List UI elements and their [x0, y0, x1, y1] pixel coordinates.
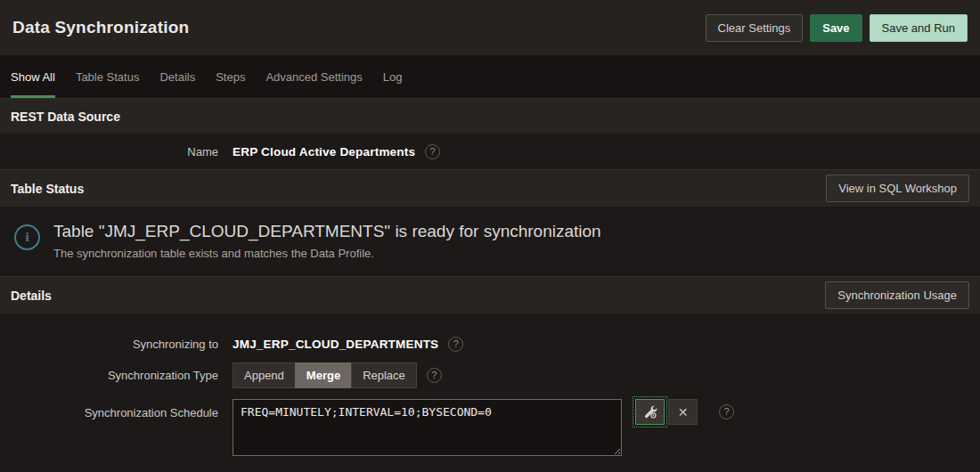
save-button[interactable]: Save [810, 14, 862, 42]
table-status-header: Table Status View in SQL Workshop [0, 169, 980, 207]
save-and-run-button[interactable]: Save and Run [870, 14, 968, 42]
header-actions: Clear Settings Save Save and Run [706, 14, 968, 42]
tab-steps[interactable]: Steps [216, 55, 245, 98]
name-control: ERP Cloud Active Departments ? [233, 144, 440, 159]
synchronizing-to-row: Synchronizing to JMJ_ERP_CLOUD_DEPARTMEN… [0, 337, 980, 352]
details-actions: Synchronization Usage [825, 281, 969, 309]
synchronization-schedule-control: FREQ=MINUTELY;INTERVAL=10;BYSECOND=0 ✕ ? [233, 399, 734, 456]
schedule-buttons: ✕ [635, 399, 698, 425]
synchronizing-to-value: JMJ_ERP_CLOUD_DEPARTMENTS [233, 338, 438, 351]
rest-data-source-title: REST Data Source [11, 110, 120, 124]
tab-log[interactable]: Log [383, 55, 403, 98]
rest-data-source-body: Name ERP Cloud Active Departments ? [0, 134, 980, 169]
synchronization-type-control: Append Merge Replace ? [233, 362, 442, 388]
tab-advanced-settings[interactable]: Advanced Settings [265, 55, 362, 98]
tab-details[interactable]: Details [159, 55, 195, 98]
wrench-gear-icon [642, 404, 657, 419]
info-message-title: Table "JMJ_ERP_CLOUD_DEPARTMENTS" is rea… [53, 222, 601, 241]
sync-type-option-merge[interactable]: Merge [295, 362, 351, 388]
table-status-title: Table Status [11, 182, 84, 196]
info-text: Table "JMJ_ERP_CLOUD_DEPARTMENTS" is rea… [53, 218, 601, 276]
tab-table-status[interactable]: Table Status [76, 55, 140, 98]
synchronizing-to-help-icon[interactable]: ? [448, 337, 463, 352]
synchronizing-to-control: JMJ_ERP_CLOUD_DEPARTMENTS ? [233, 337, 463, 352]
page-header: Data Synchronization Clear Settings Save… [0, 0, 980, 55]
synchronization-schedule-input[interactable]: FREQ=MINUTELY;INTERVAL=10;BYSECOND=0 [233, 399, 622, 456]
sync-type-option-append[interactable]: Append [233, 362, 295, 388]
page-title: Data Synchronization [12, 18, 189, 37]
tab-bar: Show All Table Status Details Steps Adva… [0, 55, 980, 98]
clear-settings-button[interactable]: Clear Settings [706, 14, 804, 42]
clear-x-icon: ✕ [678, 406, 689, 419]
table-status-actions: View in SQL Workshop [826, 175, 969, 202]
schedule-builder-button[interactable] [635, 399, 665, 425]
synchronization-type-pill-group: Append Merge Replace [233, 362, 417, 388]
schedule-clear-button[interactable]: ✕ [668, 399, 698, 425]
info-icon: i [14, 224, 40, 250]
details-title: Details [11, 289, 52, 303]
synchronization-usage-button[interactable]: Synchronization Usage [825, 281, 969, 309]
view-in-sql-workshop-button[interactable]: View in SQL Workshop [826, 175, 969, 202]
synchronization-type-label: Synchronization Type [0, 369, 218, 382]
synchronization-schedule-help-icon[interactable]: ? [719, 404, 734, 419]
details-header: Details Synchronization Usage [0, 276, 980, 313]
info-message-subtitle: The synchronization table exists and mat… [53, 247, 601, 260]
synchronization-type-help-icon[interactable]: ? [427, 368, 442, 383]
synchronizing-to-label: Synchronizing to [0, 338, 218, 351]
details-body: Synchronizing to JMJ_ERP_CLOUD_DEPARTMEN… [0, 313, 980, 472]
name-label: Name [0, 145, 218, 159]
sync-type-option-replace[interactable]: Replace [351, 362, 417, 388]
synchronization-type-row: Synchronization Type Append Merge Replac… [0, 362, 980, 388]
name-row: Name ERP Cloud Active Departments ? [0, 134, 980, 169]
name-help-icon[interactable]: ? [425, 144, 440, 159]
rest-data-source-header: REST Data Source [0, 98, 980, 134]
synchronization-schedule-label: Synchronization Schedule [0, 399, 218, 419]
name-value: ERP Cloud Active Departments [233, 145, 415, 159]
table-status-message: i Table "JMJ_ERP_CLOUD_DEPARTMENTS" is r… [0, 207, 980, 276]
synchronization-schedule-row: Synchronization Schedule FREQ=MINUTELY;I… [0, 399, 980, 456]
tab-show-all[interactable]: Show All [11, 55, 55, 98]
